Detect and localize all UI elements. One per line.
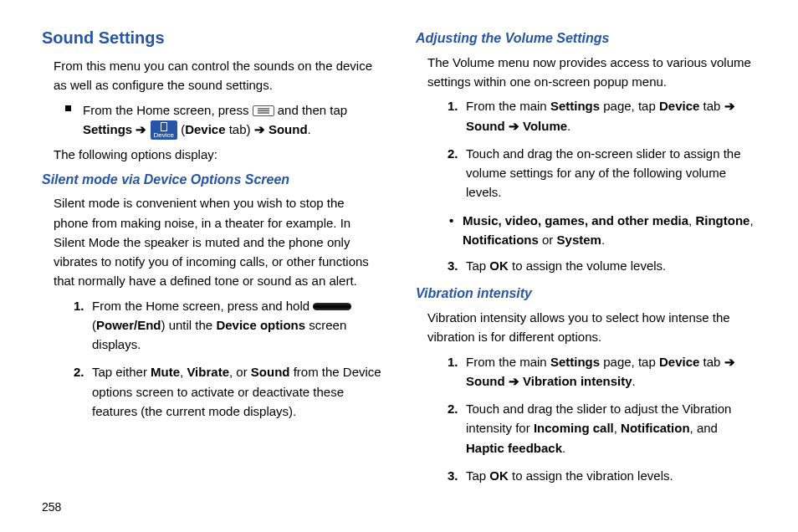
step-number: 2.: [74, 362, 84, 381]
text: Tap: [466, 468, 489, 483]
sound-label: Sound: [466, 119, 505, 133]
vibration-steps: 1. From the main Settings page, tap Devi…: [448, 352, 756, 486]
sound-intro: From this menu you can control the sound…: [54, 56, 382, 95]
device-tab-icon: Device: [151, 120, 177, 140]
settings-label: Settings: [550, 355, 600, 369]
step-number: 3.: [448, 466, 458, 485]
silent-steps: 1. From the Home screen, press and hold …: [74, 296, 382, 422]
square-bullet-icon: [65, 105, 71, 111]
page-columns: Sound Settings From this menu you can co…: [42, 25, 756, 494]
volume-label: Volume: [523, 119, 567, 133]
step-number: 1.: [448, 352, 458, 371]
settings-label: Settings: [550, 99, 600, 113]
vibration-intensity-label: Vibration intensity: [523, 374, 632, 388]
text: ,: [614, 421, 621, 435]
text: page, tap: [600, 99, 659, 113]
text: .: [567, 119, 570, 133]
sound-label: Sound: [466, 374, 505, 388]
text: tab): [226, 122, 254, 136]
left-column: Sound Settings From this menu you can co…: [42, 25, 382, 494]
right-column: Adjusting the Volume Settings The Volume…: [416, 25, 756, 494]
step-number: 1.: [74, 296, 84, 315]
arrow-icon: ➔: [505, 374, 523, 388]
text: .: [632, 374, 636, 388]
sound-label: Sound: [251, 365, 290, 379]
notification-label: Notification: [621, 421, 690, 435]
sound-label: Sound: [269, 122, 308, 136]
menu-key-icon: [253, 105, 274, 116]
text: and then tap: [278, 103, 347, 117]
text: Tap either: [92, 365, 151, 379]
arrow-icon: ➔: [254, 122, 269, 136]
heading-sound-settings: Sound Settings: [42, 25, 382, 51]
volume-steps-cont: 3. Tap OK to assign the volume levels.: [448, 256, 756, 275]
step-number: 1.: [448, 96, 458, 115]
text: tab: [699, 99, 724, 113]
power-end-label: Power/End: [96, 318, 161, 332]
arrow-icon: ➔: [724, 99, 735, 113]
silent-mode-para: Silent mode is convenient when you wish …: [54, 193, 382, 290]
page-number: 258: [42, 500, 61, 514]
step-2: 2. Touch and drag the on-screen slider t…: [448, 144, 756, 202]
step-number: 2.: [448, 399, 458, 418]
device-label: Device: [185, 122, 225, 136]
system-label: System: [557, 233, 601, 247]
options-display-text: The following options display:: [54, 145, 382, 164]
step-1: 1. From the Home screen, press and hold …: [74, 296, 382, 355]
step-1: 1. From the main Settings page, tap Devi…: [448, 352, 756, 391]
text: , and: [690, 421, 718, 435]
text: tab: [699, 355, 724, 369]
ringtone-label: Ringtone: [695, 213, 749, 228]
vibrate-label: Vibrate: [187, 365, 229, 379]
bullet-content: From the Home screen, press and then tap…: [83, 100, 382, 141]
text: page, tap: [600, 355, 659, 369]
text: From the main: [466, 99, 550, 113]
text: , or: [229, 365, 251, 379]
text: .: [601, 233, 605, 247]
settings-label: Settings: [83, 122, 132, 136]
heading-adjusting-volume: Adjusting the Volume Settings: [416, 28, 756, 49]
arrow-icon: ➔: [505, 119, 523, 133]
volume-intro: The Volume menu now provides access to v…: [427, 53, 756, 92]
device-options-label: Device options: [216, 318, 305, 332]
mute-label: Mute: [151, 365, 180, 379]
arrow-icon: ➔: [724, 355, 735, 369]
arrow-icon: ➔: [136, 122, 150, 136]
step-2: 2. Touch and drag the slider to adjust t…: [448, 399, 756, 458]
text: .: [562, 441, 565, 455]
ok-label: OK: [489, 468, 509, 483]
home-screen-bullet: From the Home screen, press and then tap…: [65, 100, 382, 141]
text: to assign the vibration levels.: [509, 468, 673, 483]
ok-label: OK: [489, 258, 509, 273]
haptic-feedback-label: Haptic feedback: [466, 441, 562, 455]
volume-steps: 1. From the main Settings page, tap Devi…: [448, 96, 756, 202]
power-end-key-icon: [313, 303, 351, 310]
step-number: 3.: [448, 256, 458, 275]
incoming-call-label: Incoming call: [534, 421, 614, 435]
text: ) until the: [161, 318, 217, 332]
text: Tap: [466, 258, 489, 273]
text: ,: [749, 213, 753, 228]
media-label: Music, video, games, and other media: [463, 213, 688, 228]
step-3: 3. Tap OK to assign the vibration levels…: [448, 466, 756, 485]
notifications-label: Notifications: [463, 233, 539, 247]
text: From the Home screen, press: [83, 103, 253, 117]
text: to assign the volume levels.: [509, 258, 666, 273]
text: Touch and drag the on-screen slider to a…: [466, 146, 741, 200]
device-label: Device: [659, 99, 699, 113]
device-label: Device: [659, 355, 699, 369]
text: or: [539, 233, 557, 247]
step-number: 2.: [448, 144, 458, 163]
step-2: 2. Tap either Mute, Vibrate, or Sound fr…: [74, 362, 382, 421]
text: From the main: [466, 355, 550, 369]
step-3: 3. Tap OK to assign the volume levels.: [448, 256, 756, 275]
text: From the Home screen, press and hold: [92, 299, 313, 313]
vibration-intro: Vibration intensity allows you to select…: [427, 308, 756, 347]
heading-vibration-intensity: Vibration intensity: [416, 284, 756, 304]
text: .: [308, 122, 311, 136]
step-1: 1. From the main Settings page, tap Devi…: [448, 96, 756, 136]
volume-levels-bullet: Music, video, games, and other media, Ri…: [448, 211, 756, 250]
heading-silent-mode: Silent mode via Device Options Screen: [42, 170, 382, 191]
